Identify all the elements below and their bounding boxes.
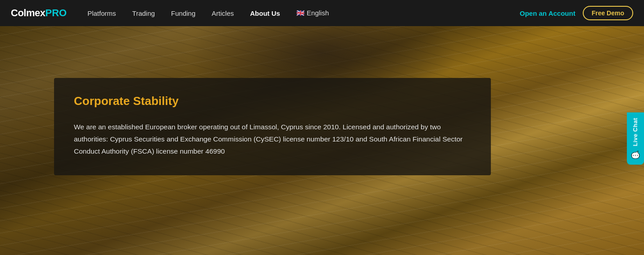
brand-logo[interactable]: ColmexPRO (11, 7, 67, 19)
open-account-link[interactable]: Open an Account (520, 9, 576, 17)
nav-links: Platforms Trading Funding Articles About… (81, 0, 520, 26)
logo-pro: PRO (45, 7, 67, 19)
content-card: Corporate Stability We are an establishe… (54, 78, 491, 175)
nav-english[interactable]: 🇬🇧 English (290, 0, 335, 26)
card-title: Corporate Stability (74, 94, 471, 108)
live-chat-button[interactable]: 💬 Live Chat (627, 113, 644, 165)
live-chat-label: Live Chat (632, 118, 639, 146)
nav-funding[interactable]: Funding (165, 0, 202, 26)
card-body: We are an established European broker op… (74, 121, 471, 157)
nav-trading[interactable]: Trading (126, 0, 161, 26)
chat-icon: 💬 (631, 150, 640, 159)
nav-platforms[interactable]: Platforms (81, 0, 122, 26)
nav-articles[interactable]: Articles (205, 0, 240, 26)
nav-about-us[interactable]: About Us (244, 0, 286, 26)
hero-section: Corporate Stability We are an establishe… (0, 26, 644, 255)
nav-right-actions: Open an Account Free Demo (520, 6, 633, 20)
logo-colmex: Colmex (11, 7, 45, 19)
free-demo-button[interactable]: Free Demo (583, 6, 633, 20)
main-navigation: ColmexPRO Platforms Trading Funding Arti… (0, 0, 644, 26)
